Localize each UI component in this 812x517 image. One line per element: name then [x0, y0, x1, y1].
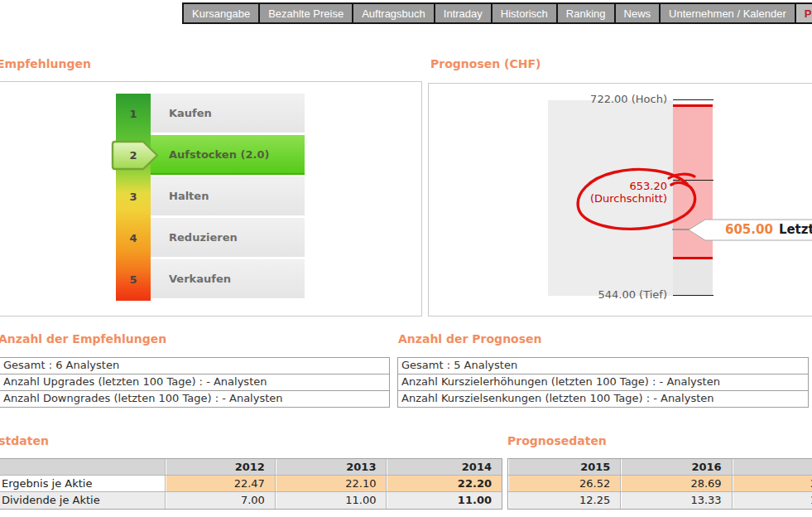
header-2014: 2014: [387, 459, 502, 476]
tick-high: [673, 99, 714, 100]
header-2015: 2015: [508, 459, 621, 476]
header-2016: 2016: [621, 459, 732, 476]
rating-number-2: 2: [116, 135, 151, 176]
counts-forecasts-table: Gesamt : 5 Analysten Anzahl Kurszielerhö…: [397, 357, 809, 408]
actual-data-title: Istdaten: [0, 434, 49, 447]
rating-row-aufstocken-active: Aufstocken (2.0): [151, 135, 305, 175]
tick-low: [673, 295, 714, 296]
high-label: 722.00 (Hoch): [513, 93, 667, 105]
tab-kursangabe[interactable]: Kursangabe: [184, 4, 258, 22]
counts-recommendations-title: Anzahl der Empfehlungen: [0, 332, 166, 345]
cell-value: 13.33: [621, 492, 732, 509]
header-clipped: [733, 459, 812, 476]
tab-unternehmen-kalender[interactable]: Unternehmen / Kalender: [661, 4, 795, 22]
tab-prognosen-active[interactable]: Prognosen: [796, 4, 812, 22]
cell-value: 11.00: [276, 492, 387, 509]
header-empty: [0, 459, 166, 476]
table-row: Ergebnis je Aktie 22.47 22.10 22.20: [0, 476, 502, 492]
rating-row-verkaufen: Verkaufen: [151, 259, 305, 298]
tab-auftragsbuch[interactable]: Auftragsbuch: [353, 4, 434, 22]
tab-intraday[interactable]: Intraday: [435, 4, 491, 22]
cell-value: 28.69: [621, 476, 732, 492]
top-nav: Kursangabe Bezahlte Preise Auftragsbuch …: [182, 2, 812, 24]
row-label: Ergebnis je Aktie: [0, 476, 166, 492]
forecast-data-table: 2015 2016 26.52 28.69 3 12.25 13.33 1: [507, 458, 812, 510]
table-row: Anzahl Kurszielsenkungen (letzten 100 Ta…: [398, 390, 808, 407]
table-row: Anzahl Upgrades (letzten 100 Tage) : - A…: [0, 374, 389, 390]
recommendations-title: Empfehlungen: [0, 57, 91, 70]
page: Kursangabe Bezahlte Preise Auftragsbuch …: [0, 0, 812, 517]
tab-ranking[interactable]: Ranking: [558, 4, 614, 22]
counts-forecasts-title: Anzahl der Prognosen: [398, 332, 542, 345]
annotation-circle-icon: [573, 166, 704, 234]
forecast-title: Prognosen (CHF): [430, 57, 541, 70]
rating-number-4: 4: [116, 218, 151, 259]
counts-recommendations-table: Gesamt : 6 Analysten Anzahl Upgrades (le…: [0, 357, 390, 408]
cell-value: 22.47: [166, 476, 276, 492]
cell-value: 11.00: [387, 492, 502, 509]
cell-value: 12.25: [508, 492, 621, 509]
cell-value-clipped: 3: [733, 476, 812, 492]
table-row: Anzahl Kurszielerhöhungen (letzten 100 T…: [398, 374, 808, 390]
tab-bezahlte-preise[interactable]: Bezahlte Preise: [260, 4, 352, 22]
table-header-row: 2015 2016: [508, 459, 812, 476]
table-row: 26.52 28.69 3: [508, 476, 812, 492]
last-price-value: 605.00: [725, 222, 773, 237]
cell-value-clipped: 1: [733, 492, 812, 509]
forecast-data-title: Prognosedaten: [507, 434, 607, 447]
table-row: Gesamt : 5 Analysten: [398, 358, 808, 374]
rating-number-3: 3: [116, 176, 151, 218]
low-label: 544.00 (Tief): [513, 288, 667, 301]
actual-data-table: 2012 2013 2014 Ergebnis je Aktie 22.47 2…: [0, 458, 502, 510]
rating-row-kaufen: Kaufen: [151, 94, 305, 133]
row-label: Dividende je Aktie: [0, 492, 166, 509]
header-2012: 2012: [166, 459, 276, 476]
table-row: Gesamt : 6 Analysten: [0, 358, 389, 374]
cell-value: 22.20: [387, 476, 502, 492]
rating-number-1: 1: [116, 94, 151, 135]
cell-value: 22.10: [276, 476, 387, 492]
cell-value: 7.00: [166, 492, 276, 509]
rating-number-5: 5: [116, 259, 151, 301]
rating-row-halten: Halten: [151, 176, 305, 215]
last-price-text: 605.00Letzt: [725, 222, 812, 237]
table-row: Anzahl Downgrades (letzten 100 Tage) : -…: [0, 390, 389, 407]
tab-historisch[interactable]: Historisch: [492, 4, 556, 22]
table-header-row: 2012 2013 2014: [0, 459, 502, 476]
table-row: Dividende je Aktie 7.00 11.00 11.00: [0, 492, 502, 509]
tab-news[interactable]: News: [616, 4, 660, 22]
table-row: 12.25 13.33 1: [508, 492, 812, 509]
cell-value: 26.52: [508, 476, 621, 492]
header-2013: 2013: [276, 459, 387, 476]
last-price-suffix: Letzt: [779, 222, 812, 237]
rating-row-reduzieren: Reduzieren: [151, 218, 305, 257]
bar-bottom-grey: [673, 259, 713, 296]
